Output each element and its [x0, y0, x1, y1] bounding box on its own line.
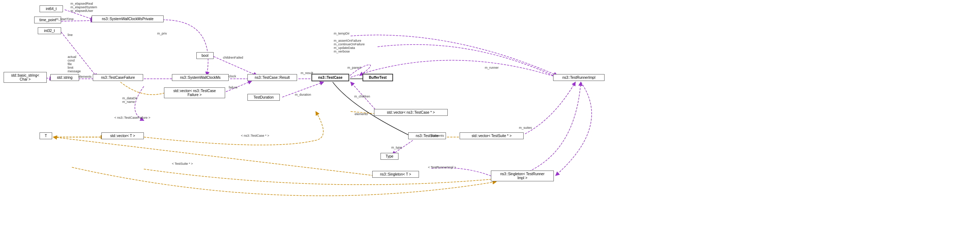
svg-line-15: [282, 82, 324, 97]
node-ns3-testcase: ns3::TestCase: [312, 74, 349, 81]
label-m-suites: m_suites: [519, 126, 532, 129]
label-testsuite-ptr: < TestSuite * >: [172, 162, 193, 165]
label-line: line: [68, 33, 73, 37]
label-m-runner: m_runner: [485, 66, 499, 70]
label-m-type: m_type: [391, 146, 402, 149]
node-int64_t: int64_t: [40, 5, 63, 12]
arrows-svg: [0, 0, 980, 245]
node-time_point: time_point: [34, 17, 61, 23]
diagram-container: int64_t time_point int32_t std::string s…: [0, 0, 980, 245]
label-clock: clock: [229, 75, 236, 78]
node-std-vector-T: std::vector< T >: [102, 132, 144, 139]
node-ns3-testcase-result: ns3::TestCase::Result: [247, 74, 297, 81]
label-failure: failure: [229, 86, 238, 89]
label-ns3-testcase-ptr: < ns3::TestCase * >: [241, 134, 269, 137]
node-int32_t: int32_t: [38, 27, 61, 34]
label-childrenfailed: childrenFailed: [223, 56, 243, 59]
svg-line-23: [53, 137, 377, 176]
node-ns3-singleton-T: ns3::Singleton< T >: [372, 171, 419, 178]
node-std-basic-string: std::basic_string<Char >: [3, 72, 47, 83]
label-m-priv: m_priv: [157, 32, 167, 35]
node-buffertest: BufferTest: [363, 74, 393, 81]
svg-line-13: [226, 81, 252, 92]
node-ns3-systemwallclockms: ns3::SystemWallClockMs: [172, 74, 229, 81]
label-m-duration: m_duration: [295, 93, 311, 96]
label-m-datadir: m_dataDirm_name: [122, 96, 137, 103]
node-std-vector-testcase-ptr: std::vector< ns3::TestCase * >: [374, 109, 448, 116]
node-std-vector-testsuite-ptr: std::vector< TestSuite * >: [460, 132, 523, 139]
node-ns3-testcasefailure: ns3::TestCaseFailure: [93, 74, 143, 81]
label-actual-cond: actualcondfilelimitmessage: [68, 55, 81, 73]
node-testduration: TestDuration: [247, 94, 280, 101]
node-std-vector-testcasefailure: std::vector< ns3::TestCaseFailure >: [164, 88, 225, 98]
node-std-string: std::string: [50, 74, 79, 81]
node-ns3-singleton-testrunnerimpl: ns3::Singleton< TestRunnerImpl >: [491, 170, 554, 181]
label-m-parent: m_parent: [347, 66, 361, 70]
node-bool: bool: [196, 52, 214, 59]
label-m-tempdir: m_tempDir: [334, 32, 350, 35]
node-T: T: [40, 132, 52, 139]
svg-line-11: [214, 56, 257, 76]
label-elements-1: elements: [78, 75, 92, 78]
label-m-assertonfailure: m_assertOnFailurem_continueOnFailurem_up…: [334, 39, 365, 53]
label-m-children: m_children: [354, 95, 370, 98]
svg-line-22: [392, 140, 413, 155]
node-ns3-testrunnerimpl: ns3::TestRunnerImpl: [553, 74, 605, 81]
label-ns3-testcasefailure-template: < ns3::TestCaseFailure >: [115, 116, 150, 119]
label-elements-2: elements: [355, 112, 368, 116]
svg-line-5: [65, 10, 94, 20]
node-ns3-testsuite: ns3::TestSuite: [408, 132, 446, 139]
svg-line-6: [61, 21, 94, 21]
node-ns3-systemwallclockms-private: ns3::SystemWallClockMsPrivate: [92, 16, 164, 22]
svg-line-7: [61, 32, 97, 77]
node-type: Type: [380, 153, 398, 160]
label-testrunnerimpl-template: < TestRunnerImpl >: [428, 165, 456, 169]
label-m-elapsed: m_elapsedRealm_elapsedSystemm_elapsedUse…: [70, 2, 97, 13]
